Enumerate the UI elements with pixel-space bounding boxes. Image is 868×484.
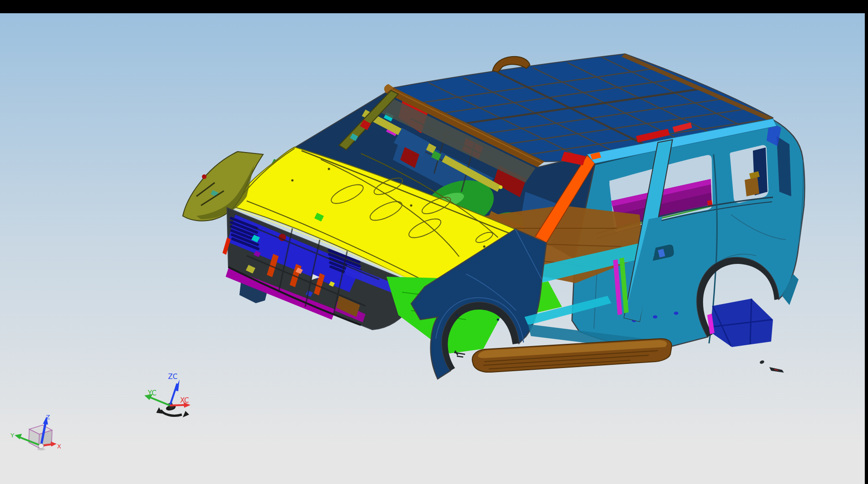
wcs-triad[interactable]: ZC YC XC xyxy=(144,373,191,417)
top-black-bar xyxy=(0,0,868,13)
part-rear-wheelhouse[interactable] xyxy=(707,299,773,347)
cad-application-window: ZC YC XC Z Y X xyxy=(0,0,868,484)
wcs-y-label: YC xyxy=(148,389,157,397)
car-body-model[interactable] xyxy=(183,54,804,379)
view-orientation-triad[interactable]: Z Y X xyxy=(10,414,61,451)
part-floating-debris[interactable] xyxy=(759,360,784,373)
wcs-z-label: ZC xyxy=(168,373,178,381)
wcs-x-label: XC xyxy=(180,396,189,405)
right-black-bar xyxy=(865,0,868,484)
view-y-label: Y xyxy=(10,432,14,439)
model-scene: ZC YC XC Z Y X xyxy=(0,0,868,484)
part-quarter-window xyxy=(730,145,768,203)
view-x-label: X xyxy=(57,443,61,450)
view-z-label: Z xyxy=(46,414,50,421)
